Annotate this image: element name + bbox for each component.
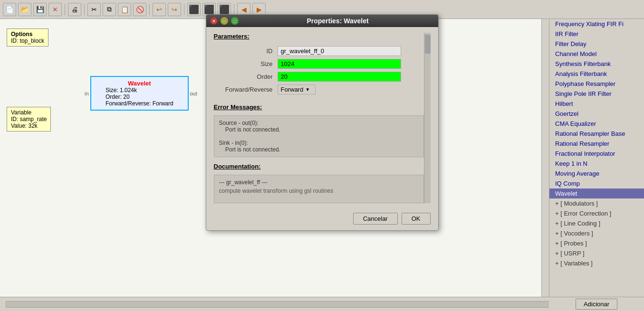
dialog-scrollbar[interactable] bbox=[424, 33, 431, 203]
param-id-label: ID bbox=[214, 45, 276, 57]
param-fwd-rev-dropdown[interactable]: Forward ▼ bbox=[278, 85, 316, 94]
error-section: Error Messages: Source - out(0): Port is… bbox=[214, 104, 424, 157]
dropdown-arrow-icon: ▼ bbox=[305, 87, 310, 92]
param-fwd-rev-value-cell: Forward ▼ bbox=[276, 83, 424, 96]
param-fwd-rev-row: Forward/Reverse Forward ▼ bbox=[214, 83, 424, 96]
dialog-max-button[interactable]: □ bbox=[231, 17, 239, 25]
dropdown-value: Forward bbox=[281, 86, 304, 93]
doc-section-title: Documentation: bbox=[214, 163, 424, 170]
param-size-input[interactable] bbox=[278, 59, 401, 69]
dialog-footer: Cancelar OK bbox=[206, 209, 438, 230]
param-id-value-cell bbox=[276, 45, 424, 57]
doc-section: Documentation: --- gr_wavelet_ff --- com… bbox=[214, 163, 424, 203]
modal-overlay: ✕ − □ Properties: Wavelet Parameters: ID bbox=[0, 0, 644, 311]
dialog-min-button[interactable]: − bbox=[221, 17, 228, 25]
ok-button[interactable]: OK bbox=[402, 213, 431, 225]
error-line-4: Port is not connected. bbox=[219, 146, 419, 153]
param-size-value-cell bbox=[276, 57, 424, 70]
doc-subtext: compute wavelet transform using gsl rout… bbox=[219, 188, 419, 194]
error-spacer bbox=[219, 133, 419, 140]
doc-box: --- gr_wavelet_ff --- compute wavelet tr… bbox=[214, 175, 424, 203]
error-box: Source - out(0): Port is not connected. … bbox=[214, 115, 424, 157]
param-fwd-rev-label: Forward/Reverse bbox=[214, 83, 276, 96]
properties-dialog: ✕ − □ Properties: Wavelet Parameters: ID bbox=[206, 14, 439, 231]
cancel-button[interactable]: Cancelar bbox=[353, 213, 398, 225]
param-id-row: ID bbox=[214, 45, 424, 57]
dialog-content: Parameters: ID Size bbox=[214, 33, 424, 203]
param-order-label: Order bbox=[214, 70, 276, 83]
error-line-3: Sink - in(0): bbox=[219, 140, 419, 146]
error-section-title: Error Messages: bbox=[214, 104, 424, 111]
param-size-row: Size bbox=[214, 57, 424, 70]
error-line-1: Source - out(0): bbox=[219, 120, 419, 126]
dialog-body: Parameters: ID Size bbox=[206, 27, 438, 209]
param-order-input[interactable] bbox=[278, 72, 401, 82]
param-id-input[interactable] bbox=[278, 46, 401, 56]
dialog-close-button[interactable]: ✕ bbox=[210, 17, 218, 25]
params-section-title: Parameters: bbox=[214, 33, 424, 40]
param-size-label: Size bbox=[214, 57, 276, 70]
dialog-titlebar: ✕ − □ Properties: Wavelet bbox=[206, 15, 438, 27]
param-order-value-cell bbox=[276, 70, 424, 83]
error-line-2: Port is not connected. bbox=[219, 126, 419, 133]
dialog-scrollbar-thumb[interactable] bbox=[425, 35, 431, 54]
params-table: ID Size Order bbox=[214, 45, 424, 96]
dialog-title: Properties: Wavelet bbox=[241, 17, 434, 25]
param-order-row: Order bbox=[214, 70, 424, 83]
doc-text: --- gr_wavelet_ff --- bbox=[219, 179, 419, 186]
